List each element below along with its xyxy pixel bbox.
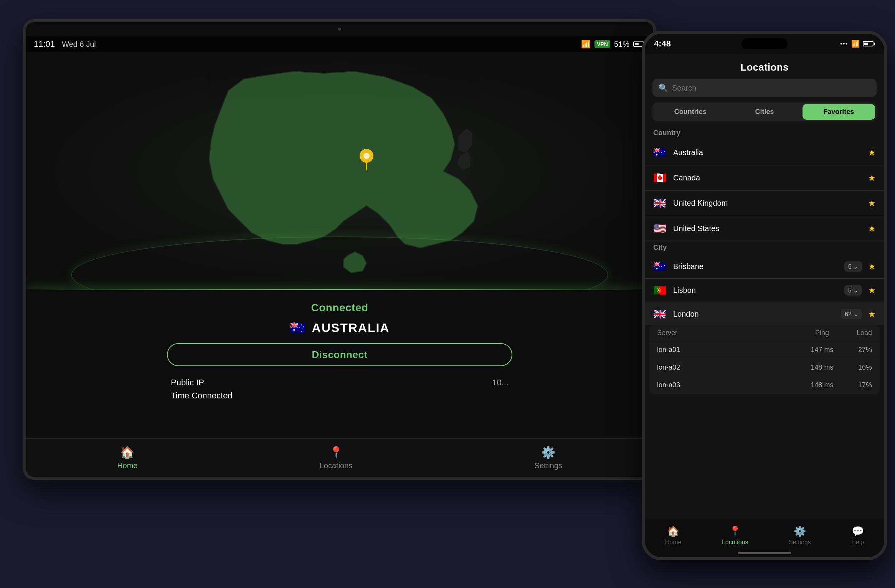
country-section-label: Country [645, 127, 884, 141]
brisbane-name: Brisbane [673, 262, 844, 271]
time-connected-row: Time Connected [167, 391, 512, 401]
phone-nav-locations[interactable]: 📍 Locations [722, 525, 748, 546]
phone-nav-home[interactable]: 🏠 Home [665, 525, 682, 546]
phone-nav-locations-label: Locations [722, 539, 748, 546]
phone-nav-settings-label: Settings [789, 539, 811, 546]
canada-name: Canada [673, 173, 865, 182]
chevron-down-icon: ⌄ [853, 287, 858, 294]
phone-device: 4:48 ••• 📶 Locations 🔍 [642, 31, 887, 560]
server-load-lon-a01: 27% [841, 346, 872, 354]
list-item-uk[interactable]: 🇬🇧 United Kingdom ★ [645, 192, 884, 215]
signal-dots-icon: ••• [840, 41, 848, 47]
vpn-badge: VPN [594, 40, 610, 48]
london-count: 62 ⌄ [841, 309, 862, 319]
server-row-lon-a01[interactable]: lon-a01 147 ms 27% [649, 341, 880, 359]
brisbane-flag: 🇦🇺 [653, 260, 667, 273]
settings-icon: ⚙️ [794, 525, 806, 537]
phone-title: Locations [740, 61, 789, 73]
uk-name: United Kingdom [673, 199, 865, 208]
phone-nav-home-label: Home [665, 539, 682, 546]
home-icon: 🏠 [667, 525, 679, 537]
australia-name: Australia [673, 148, 865, 157]
tab-countries[interactable]: Countries [654, 104, 727, 120]
map-glow-line [26, 289, 653, 290]
phone-nav-help-label: Help [851, 539, 864, 546]
phone-header: Locations [645, 54, 884, 79]
server-row-lon-a03[interactable]: lon-a03 148 ms 17% [649, 377, 880, 394]
svg-point-1 [363, 153, 370, 159]
phone-dynamic-island [741, 38, 788, 49]
server-table-header: Server Ping Load [649, 325, 880, 341]
server-ping-lon-a02: 148 ms [803, 363, 841, 372]
london-star[interactable]: ★ [868, 309, 876, 319]
tablet-nav-bar: 🏠 Home 📍 Locations ⚙️ Settings [26, 438, 653, 477]
brisbane-count: 6 ⌄ [844, 261, 862, 272]
public-ip-value: 10... [492, 378, 509, 388]
server-ping-lon-a03: 148 ms [803, 381, 841, 389]
server-table: Server Ping Load lon-a01 147 ms 27% lon-… [649, 325, 880, 394]
server-load-lon-a02: 16% [841, 363, 872, 372]
map-area [26, 52, 653, 290]
tablet-nav-home[interactable]: 🏠 Home [117, 446, 137, 470]
tablet-time-date: 11:01 Wed 6 Jul [34, 39, 96, 49]
search-icon: 🔍 [659, 83, 668, 92]
city-section-label: City [645, 242, 884, 256]
london-flag: 🇬🇧 [653, 308, 667, 320]
brisbane-star[interactable]: ★ [868, 262, 876, 272]
tablet-device: 11:01 Wed 6 Jul 📶 VPN 51% [23, 19, 656, 480]
country-name: AUSTRALIA [312, 321, 390, 335]
phone-content-area: Locations 🔍 Countries Cities Favorites [645, 54, 884, 519]
server-ping-lon-a01: 147 ms [803, 346, 841, 354]
lisbon-name: Lisbon [673, 286, 844, 295]
list-item-london[interactable]: 🇬🇧 London 62 ⌄ ★ [645, 303, 884, 325]
us-name: United States [673, 224, 865, 233]
location-icon: 📍 [329, 446, 343, 459]
server-name-lon-a02: lon-a02 [657, 363, 803, 372]
lisbon-count: 5 ⌄ [844, 285, 862, 296]
tablet-nav-settings[interactable]: ⚙️ Settings [535, 446, 562, 470]
help-icon: 💬 [852, 525, 864, 537]
tablet-time: 11:01 [34, 39, 55, 49]
tablet-camera [338, 28, 341, 31]
list-item-canada[interactable]: 🇨🇦 Canada ★ [645, 166, 884, 190]
server-col-header-load: Load [841, 329, 872, 337]
phone-nav-help[interactable]: 💬 Help [851, 525, 864, 546]
australia-star[interactable]: ★ [868, 148, 876, 158]
list-item-australia[interactable]: 🇦🇺 Australia ★ [645, 141, 884, 164]
tablet-nav-locations[interactable]: 📍 Locations [320, 446, 353, 470]
phone-search-bar[interactable]: 🔍 [652, 79, 877, 97]
tab-cities[interactable]: Cities [728, 104, 801, 120]
list-item-brisbane[interactable]: 🇦🇺 Brisbane 6 ⌄ ★ [645, 256, 884, 277]
uk-flag: 🇬🇧 [653, 197, 667, 210]
tablet-nav-locations-label: Locations [320, 461, 353, 470]
server-load-lon-a03: 17% [841, 381, 872, 389]
chevron-down-icon: ⌄ [853, 311, 858, 318]
home-indicator [738, 552, 791, 554]
phone-nav-settings[interactable]: ⚙️ Settings [789, 525, 811, 546]
canada-flag: 🇨🇦 [653, 172, 667, 184]
lisbon-star[interactable]: ★ [868, 286, 876, 296]
tab-favorites[interactable]: Favorites [803, 104, 875, 120]
tablet-date: Wed 6 Jul [62, 40, 96, 48]
disconnect-button[interactable]: Disconnect [167, 343, 512, 366]
server-row-lon-a02[interactable]: lon-a02 148 ms 16% [649, 359, 880, 377]
connection-status: Connected [311, 302, 368, 314]
chevron-down-icon: ⌄ [853, 263, 858, 270]
search-input[interactable] [672, 84, 870, 92]
time-connected-label: Time Connected [171, 391, 233, 401]
canada-star[interactable]: ★ [868, 173, 876, 183]
map-glow-arc [71, 236, 608, 290]
server-name-lon-a01: lon-a01 [657, 346, 803, 354]
wifi-icon: 📶 [851, 40, 860, 48]
tablet-nav-home-label: Home [117, 461, 137, 470]
tablet-camera-bar [26, 22, 653, 36]
list-item-lisbon[interactable]: 🇵🇹 Lisbon 5 ⌄ ★ [645, 279, 884, 301]
list-item-us[interactable]: 🇺🇸 United States ★ [645, 217, 884, 240]
home-icon: 🏠 [120, 446, 134, 459]
uk-star[interactable]: ★ [868, 198, 876, 208]
phone-nav-bar: 🏠 Home 📍 Locations ⚙️ Settings 💬 Help [645, 519, 884, 557]
us-star[interactable]: ★ [868, 224, 876, 234]
phone-tabs: Countries Cities Favorites [652, 102, 877, 121]
country-flag: 🇦🇺 [290, 320, 307, 335]
australia-flag: 🇦🇺 [653, 146, 667, 159]
